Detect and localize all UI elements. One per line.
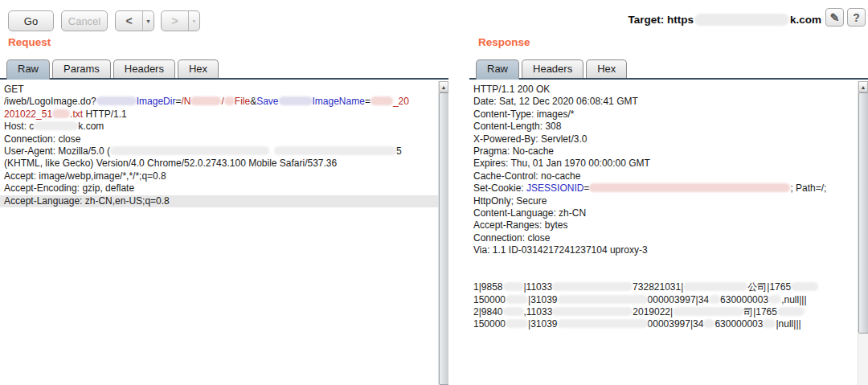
redacted-blur <box>52 109 70 118</box>
back-icon: < <box>116 14 142 27</box>
code-text: ; Path=/; <box>790 182 826 194</box>
help-icon: ? <box>853 11 860 24</box>
go-button[interactable]: Go <box>8 10 54 31</box>
redacted-blur <box>777 307 805 316</box>
tab-raw[interactable]: Raw <box>6 59 50 80</box>
code-line: Connection: close <box>473 232 858 244</box>
code-line: Accept-Encoding: gzip, deflate <box>4 182 438 195</box>
redacted-blur <box>703 319 714 328</box>
redacted-blur <box>791 282 818 291</box>
code-text: 201022_51 <box>4 109 52 120</box>
code-line: Expires: Thu, 01 Jan 1970 00:00:00 GMT <box>473 158 858 170</box>
code-line: 1|9858|11033732821031|公司|1765 <box>473 281 858 293</box>
code-text: ImageName <box>313 96 365 107</box>
request-text[interactable]: GET/iweb/LogoImage.do?ImageDir=/N/File&S… <box>0 81 438 385</box>
code-line: User-Agent: Mozilla/5.0 (5 <box>4 145 438 158</box>
code-line: 150000|31039000003997|34630000003,null||… <box>473 294 858 306</box>
code-line: (KHTML, like Gecko) Version/4.0 Chrome/5… <box>4 158 438 170</box>
code-line: Host: ck.com <box>4 121 438 133</box>
code-text: (KHTML, like Gecko) Version/4.0 Chrome/5… <box>4 158 337 169</box>
code-text: Expires: Thu, 01 Jan 1970 00:00:00 GMT <box>473 158 650 169</box>
code-text: 00003997|34 <box>648 318 704 330</box>
tab-raw[interactable]: Raw <box>476 59 519 80</box>
forward-icon: > <box>162 14 188 27</box>
redacted-blur <box>673 307 743 316</box>
target-display: Target: httpsk.com <box>628 10 821 28</box>
code-text: HTTP/1.1 200 OK <box>473 84 550 95</box>
response-scrollbar[interactable]: ▲ <box>858 81 868 385</box>
scroll-up-button[interactable]: ▲ <box>439 81 448 92</box>
code-line: /iweb/LogoImage.do?ImageDir=/N/File&Save… <box>4 96 438 108</box>
code-text: 150000 <box>473 318 506 330</box>
scroll-up-button[interactable]: ▲ <box>858 81 868 92</box>
code-line <box>473 269 858 281</box>
code-text: HTTP/1.1 <box>83 109 127 120</box>
chevron-down-icon[interactable]: ▼ <box>142 11 154 31</box>
response-text[interactable]: HTTP/1.1 200 OKDate: Sat, 12 Dec 2020 06… <box>469 81 858 385</box>
code-line: Content-Length: 308 <box>473 121 858 133</box>
code-line: HTTP/1.1 200 OK <box>473 84 858 96</box>
target-url-prefix: https <box>664 14 694 26</box>
code-line: Accept-Language: zh-CN,en-US;q=0.8 <box>0 195 438 207</box>
redacted-blur <box>503 307 524 316</box>
help-button[interactable]: ? <box>847 8 866 27</box>
code-text: Connection: close <box>4 133 80 145</box>
response-editor[interactable]: HTTP/1.1 200 OKDate: Sat, 12 Dec 2020 06… <box>469 78 868 385</box>
redacted-blur <box>279 96 313 105</box>
redacted-blur <box>371 96 393 105</box>
code-text: 630000003 <box>714 318 763 330</box>
redacted-blur <box>110 146 269 155</box>
code-text: Host: c <box>4 121 34 132</box>
code-line: 150000|3103900003997|34630000003|null||| <box>473 318 858 330</box>
code-text: = <box>365 96 371 107</box>
request-tabs: RawParamsHeadersHex <box>6 59 221 80</box>
edit-target-button[interactable]: ✎ <box>825 8 844 27</box>
chevron-down-icon[interactable]: ▼ <box>188 11 199 31</box>
code-text: Via: 1.1 ID-0314217241237104 uproxy-3 <box>473 244 648 256</box>
tab-params[interactable]: Params <box>52 59 111 78</box>
code-text: k.com <box>78 121 104 132</box>
scrollbar-thumb[interactable] <box>858 92 868 334</box>
arrow-up-icon: ▲ <box>861 84 866 90</box>
code-text: User-Agent: Mozilla/5.0 ( <box>4 145 110 157</box>
code-text: File <box>235 96 250 107</box>
code-text: Content-Language: zh-CN <box>473 207 586 219</box>
code-text: Accept-Encoding: gzip, deflate <box>4 182 134 194</box>
pencil-icon: ✎ <box>830 11 840 24</box>
code-text: Set-Cookie: <box>473 182 526 194</box>
code-text: 司|1765 <box>743 306 777 317</box>
code-line: Via: 1.1 ID-0314217241237104 uproxy-3 <box>473 244 858 256</box>
back-button[interactable]: < ▼ <box>115 10 154 31</box>
request-scrollbar[interactable]: ▲ <box>438 81 448 385</box>
code-line: Accept: image/webp,image/*,*/*;q=0.8 <box>4 170 438 182</box>
redacted-blur <box>552 307 633 316</box>
redacted-blur <box>768 295 781 304</box>
code-text: Connection: close <box>473 232 550 244</box>
redacted-blur <box>709 295 720 304</box>
redacted-blur <box>506 295 528 304</box>
tab-headers[interactable]: Headers <box>522 59 583 78</box>
forward-button[interactable]: > ▼ <box>161 10 200 31</box>
tab-hex[interactable]: Hex <box>586 59 627 78</box>
target-url-suffix: k.com <box>790 14 821 26</box>
code-text: 公司|1765 <box>747 281 791 293</box>
code-text: /N <box>181 96 190 107</box>
code-text: Accept: image/webp,image/*,*/*;q=0.8 <box>4 170 166 182</box>
code-text: .txt <box>70 109 83 120</box>
code-text: |null||| <box>776 318 800 330</box>
code-text: |11033 <box>524 281 553 293</box>
panel-divider[interactable] <box>448 78 469 385</box>
redacted-blur <box>506 319 528 328</box>
code-text: Content-Length: 308 <box>473 121 561 132</box>
code-line: Cache-Control: no-cache <box>473 170 858 182</box>
code-line: Set-Cookie: JSESSIONID=; Path=/; <box>473 182 858 195</box>
request-editor[interactable]: GET/iweb/LogoImage.do?ImageDir=/N/File&S… <box>0 78 448 385</box>
cancel-button[interactable]: Cancel <box>61 10 108 31</box>
code-line: Accept-Ranges: bytes <box>473 219 858 231</box>
tab-hex[interactable]: Hex <box>178 59 219 78</box>
code-line: Connection: close <box>4 133 438 145</box>
code-text: ,11033 <box>524 306 553 317</box>
code-text: JSESSIONID <box>526 182 583 194</box>
code-text: 630000003 <box>720 294 768 305</box>
tab-headers[interactable]: Headers <box>113 59 175 78</box>
